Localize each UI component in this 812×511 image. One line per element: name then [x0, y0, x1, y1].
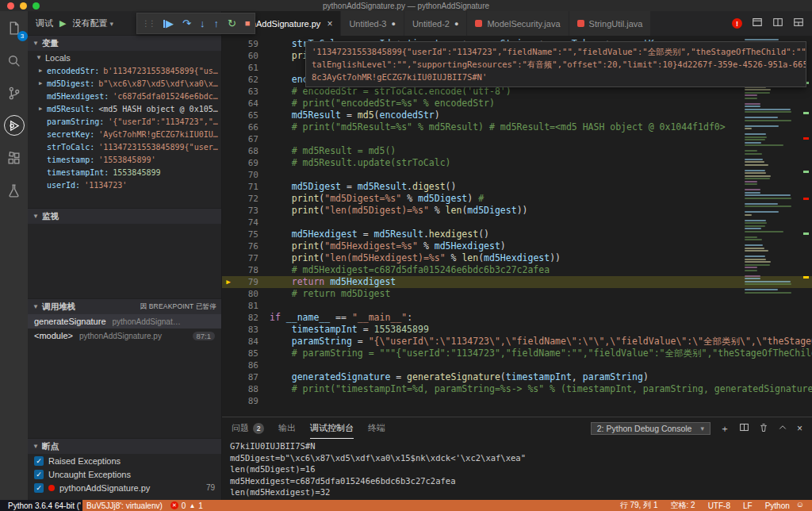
breakpoint-checkbox[interactable]: ✓ — [34, 483, 44, 493]
language-mode-indicator[interactable]: Python — [765, 501, 790, 510]
gutter-glyph[interactable] — [222, 98, 235, 110]
python-venv-indicator[interactable]: BuV5JJj8': virtualenv) — [82, 500, 167, 511]
code-line-81[interactable]: 81 — [222, 300, 812, 312]
gutter-glyph[interactable] — [222, 229, 235, 240]
gutter-glyph[interactable] — [222, 252, 235, 264]
gutter-glyph[interactable] — [222, 157, 235, 169]
breakpoint-checkbox[interactable]: ✓ — [34, 456, 44, 466]
line-number[interactable]: 88 — [235, 383, 259, 395]
split-editor-icon[interactable] — [772, 17, 783, 31]
gutter-glyph[interactable] — [222, 145, 235, 157]
code-lines[interactable]: 59 strToCalc = userId + timestamp + para… — [222, 36, 812, 417]
editor-tab[interactable]: ModelSecurity.java — [467, 11, 569, 36]
explorer-icon[interactable]: 3 — [4, 17, 25, 38]
new-console-icon[interactable]: ＋ — [720, 424, 730, 433]
line-number[interactable]: 61 — [235, 62, 259, 74]
expand-arrow-icon[interactable]: ▶ — [39, 80, 47, 86]
variable-row[interactable]: timestampInt:1553845899 — [28, 166, 221, 179]
maximize-panel-icon[interactable] — [778, 423, 787, 434]
line-number[interactable]: 69 — [235, 157, 259, 169]
code-line-68[interactable]: 68 # md5Result = md5() — [222, 145, 812, 157]
gutter-glyph[interactable] — [222, 110, 235, 121]
callstack-frame[interactable]: <module>pythonAddSignature.py87:1 — [28, 328, 221, 343]
minimize-window-button[interactable] — [20, 2, 27, 10]
code-line-85[interactable]: 85 # paramString = """{"userId":"1134723… — [222, 348, 812, 359]
code-line-72[interactable]: 72 print("md5Digest=%s" % md5Digest) # — [222, 193, 812, 205]
code-line-69[interactable]: 69 # md5Result.update(strToCalc) — [222, 157, 812, 169]
variable-row[interactable]: md5Hexdigest:'c687d5dfa015246e6bdc6… — [28, 90, 221, 102]
breakpoint-checkbox[interactable]: ✓ — [34, 470, 44, 479]
line-number[interactable]: 66 — [235, 121, 259, 133]
line-number[interactable]: 63 — [235, 86, 259, 98]
tab-debug-console[interactable]: 调试控制台 — [310, 417, 354, 439]
line-number[interactable]: 67 — [235, 133, 259, 145]
gutter-glyph[interactable] — [222, 264, 235, 276]
open-preview-icon[interactable] — [752, 17, 763, 31]
editor-tab[interactable]: Untitled-2● — [404, 11, 468, 36]
current-line-arrow-icon[interactable]: ▶ — [222, 276, 235, 288]
variable-row[interactable]: paramString:'{"userId":"1134723","f… — [28, 115, 221, 128]
line-number[interactable]: 86 — [235, 359, 259, 371]
gutter-glyph[interactable] — [222, 371, 235, 383]
gutter-glyph[interactable] — [222, 38, 235, 50]
line-number[interactable]: 87 — [235, 371, 259, 383]
editor-tab[interactable]: Untitled-3● — [341, 11, 404, 36]
close-window-button[interactable] — [7, 2, 14, 10]
gutter-glyph[interactable] — [222, 205, 235, 217]
line-number[interactable]: 70 — [235, 169, 259, 181]
debug-icon[interactable] — [4, 115, 25, 136]
editor-layout-icon[interactable] — [793, 17, 804, 31]
variable-row[interactable]: userId:'1134723' — [28, 179, 221, 191]
close-panel-icon[interactable]: × — [797, 424, 802, 433]
source-control-icon[interactable] — [4, 83, 25, 103]
gutter-glyph[interactable] — [222, 86, 235, 98]
gutter-glyph[interactable] — [222, 336, 235, 348]
toolbar-drag-handle[interactable]: ⋮⋮ — [142, 19, 155, 28]
test-beaker-icon[interactable] — [4, 180, 25, 201]
callstack-frame[interactable]: generateSignaturepythonAddSignat… — [28, 314, 221, 328]
continue-button[interactable]: ▶ — [163, 18, 174, 29]
line-number[interactable]: 84 — [235, 336, 259, 348]
code-editor[interactable]: 59 strToCalc = userId + timestamp + para… — [222, 36, 812, 417]
gutter-glyph[interactable] — [222, 348, 235, 359]
code-line-78[interactable]: 78 # md5Hexdigest=c687d5dfa015246e6bdc6b… — [222, 264, 812, 276]
code-line-86[interactable]: 86 — [222, 359, 812, 371]
breakpoint-row[interactable]: ✓Raised Exceptions — [28, 454, 221, 467]
gutter-glyph[interactable] — [222, 193, 235, 205]
line-number[interactable]: 89 — [235, 395, 259, 407]
code-line-63[interactable]: 63 # encodedStr = strToCalc.encode('utf-… — [222, 86, 812, 98]
search-icon[interactable] — [4, 50, 25, 71]
line-number[interactable]: 65 — [235, 110, 259, 121]
close-icon[interactable]: × — [327, 18, 332, 29]
debug-config-dropdown[interactable]: 没有配置▾ — [72, 17, 113, 29]
gutter-glyph[interactable] — [222, 74, 235, 86]
line-number[interactable]: 68 — [235, 145, 259, 157]
line-number[interactable]: 77 — [235, 252, 259, 264]
trash-icon[interactable] — [759, 423, 768, 434]
line-number[interactable]: 79 — [235, 276, 259, 288]
start-debug-button[interactable]: ▶ — [59, 18, 66, 29]
step-out-button[interactable]: ↑ — [213, 18, 219, 29]
gutter-glyph[interactable] — [222, 395, 235, 407]
code-line-70[interactable]: 70 — [222, 169, 812, 181]
line-number[interactable]: 59 — [235, 38, 259, 50]
editor-tab[interactable]: StringUtil.java — [569, 11, 652, 36]
overview-ruler[interactable] — [801, 36, 812, 417]
split-panel-icon[interactable] — [739, 422, 749, 434]
tab-terminal[interactable]: 终端 — [368, 417, 385, 439]
code-line-89[interactable]: 89 — [222, 395, 812, 407]
gutter-glyph[interactable] — [222, 240, 235, 252]
code-line-66[interactable]: 66 # print("md5Result=%s" % md5Result) #… — [222, 121, 812, 133]
line-number[interactable]: 60 — [235, 50, 259, 62]
line-number[interactable]: 73 — [235, 205, 259, 217]
code-line-82[interactable]: 82if __name__ == "__main__": — [222, 312, 812, 324]
watch-section-header[interactable]: ▼监视 — [28, 209, 221, 224]
problems-indicator[interactable]: ✕ 0 ▲ 1 — [167, 500, 207, 511]
step-into-button[interactable]: ↓ — [200, 18, 205, 29]
line-number[interactable]: 75 — [235, 229, 259, 240]
gutter-glyph[interactable] — [222, 50, 235, 62]
feedback-smiley-icon[interactable]: ☺ — [796, 500, 812, 511]
gutter-glyph[interactable] — [222, 359, 235, 371]
indentation-indicator[interactable]: 空格: 2 — [671, 500, 695, 511]
extensions-icon[interactable] — [4, 148, 25, 168]
